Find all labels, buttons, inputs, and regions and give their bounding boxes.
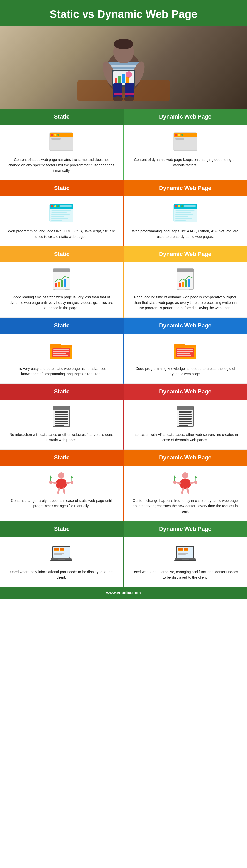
section-1-dynamic-text: Content of dynamic web page keeps on cha… [131,157,240,168]
section-6-dynamic-label: Dynamic Web Page [124,450,247,466]
section-2-static-content: Web programming languages like HTML, CSS… [0,196,124,246]
svg-point-61 [175,205,177,207]
section-1-content: Content of static web page remains the s… [0,125,247,180]
section-2-dynamic-text: Web programming languages like AJAX, Pyt… [131,228,240,239]
svg-rect-86 [188,279,190,287]
section-1-dynamic-label: Dynamic Web Page [124,109,247,125]
doc-icon-5b [175,405,195,428]
svg-rect-154 [60,548,64,550]
svg-rect-76 [61,280,63,287]
section-6: Static Dynamic Web Page [0,450,247,521]
section-header-1: Static Dynamic Web Page [0,109,247,180]
svg-point-16 [126,71,132,78]
doc-icon-5a [51,405,72,428]
svg-rect-17 [113,83,122,98]
svg-rect-119 [179,413,192,415]
svg-line-148 [187,488,188,493]
section-4-dynamic-content: Good programming knowledge is needed to … [124,334,247,383]
svg-rect-47 [50,207,73,209]
svg-rect-41 [175,141,195,142]
svg-rect-55 [52,216,64,217]
svg-point-49 [54,205,56,207]
svg-rect-156 [54,554,62,555]
section-6-dynamic-content: Content change happens frequently in cas… [124,466,247,521]
svg-rect-77 [64,279,66,287]
section-1-header-row: Static Dynamic Web Page [0,109,247,125]
svg-line-135 [58,488,59,493]
svg-rect-65 [175,210,195,211]
svg-rect-32 [52,145,69,146]
svg-rect-56 [52,218,68,219]
section-5: Static Dynamic Web Page [0,383,247,450]
svg-point-125 [58,472,64,478]
svg-rect-170 [182,559,189,560]
svg-point-62 [178,205,180,207]
svg-rect-163 [178,548,183,550]
svg-rect-88 [179,289,189,290]
svg-rect-99 [174,344,185,348]
section-6-static-label: Static [0,450,124,466]
section-3-dynamic-icon [171,267,199,291]
section-3-dynamic-content: Page loading time of dynamic web page is… [124,262,247,317]
book-icon-4b [172,340,198,361]
section-7-content: Used where only informational part needs… [0,537,247,587]
svg-point-141 [173,481,176,484]
section-7-dynamic-icon [171,542,199,565]
svg-rect-44 [175,147,188,148]
svg-rect-30 [52,141,71,142]
svg-point-28 [57,134,60,136]
svg-rect-91 [51,344,61,348]
svg-rect-3 [108,65,139,67]
svg-rect-159 [58,559,65,560]
svg-rect-79 [55,289,65,290]
section-7-static-content: Used where only informational part needs… [0,537,124,587]
section-3: Static Dynamic Web Page [0,246,247,317]
section-1-static-label: Static [0,109,124,125]
svg-rect-121 [179,418,192,420]
svg-rect-75 [58,282,60,287]
svg-point-137 [182,472,188,478]
section-1-dynamic-content: Content of dynamic web page keeps on cha… [124,125,247,180]
svg-rect-112 [55,421,68,422]
section-5-static-label: Static [0,383,124,400]
footer: www.educba.com [0,587,247,599]
svg-rect-109 [55,413,68,415]
svg-rect-25 [50,135,73,137]
svg-rect-70 [175,220,186,221]
section-6-static-icon [47,471,75,494]
svg-point-50 [57,205,60,207]
section-1-static-content: Content of static web page remains the s… [0,125,124,180]
section-4-header-row: Static Dynamic Web Page [0,317,247,334]
section-3-static-content: Page loading time of static web page is … [0,262,124,317]
person-icon-6a [49,471,74,494]
section-7-dynamic-label: Dynamic Web Page [124,521,247,537]
svg-point-27 [54,134,56,136]
section-2-dynamic-icon [171,202,199,225]
svg-rect-13 [119,75,121,83]
svg-marker-132 [50,475,52,478]
svg-point-138 [180,478,191,489]
svg-rect-51 [60,205,72,207]
svg-rect-36 [174,135,197,137]
svg-rect-123 [179,423,192,424]
svg-point-142 [194,481,197,484]
svg-rect-60 [174,207,197,209]
svg-rect-95 [53,353,66,354]
section-4-static-text: It is very easy to create static web pag… [8,366,115,377]
hero-image [0,26,247,109]
svg-rect-85 [185,280,187,287]
section-7-static-text: Used where only informational part needs… [8,569,115,580]
svg-rect-110 [55,416,68,417]
section-2-dynamic-label: Dynamic Web Page [124,180,247,196]
svg-rect-52 [52,210,71,211]
svg-rect-113 [55,423,68,424]
svg-rect-31 [52,143,67,144]
svg-rect-29 [52,138,61,140]
svg-rect-108 [55,411,68,412]
section-5-static-icon [47,405,75,428]
section-3-dynamic-label: Dynamic Web Page [124,246,247,262]
svg-rect-122 [179,421,192,422]
svg-rect-54 [52,214,69,215]
svg-line-147 [182,488,183,493]
section-7-static-label: Static [0,521,124,537]
